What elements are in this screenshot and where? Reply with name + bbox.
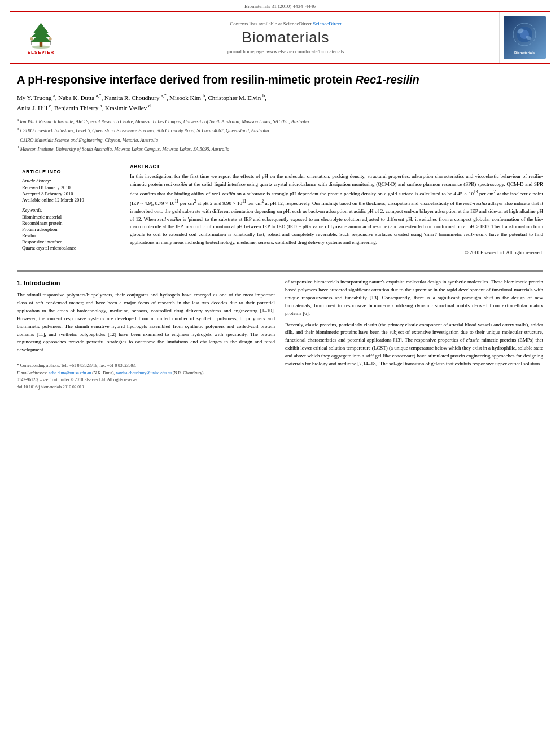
- article-info-box: ARTICLE INFO Article history: Received 8…: [17, 164, 121, 256]
- journal-title-area: Contents lists available at ScienceDirec…: [72, 12, 499, 63]
- accepted-date: Accepted 8 February 2010: [22, 191, 116, 196]
- sciencedirect-url[interactable]: ScienceDirect: [313, 21, 341, 27]
- svg-marker-4: [30, 32, 51, 41]
- keyword-2: Recombinant protein: [22, 220, 116, 226]
- keywords-section: Keywords: Biomimetic material Recombinan…: [22, 207, 116, 251]
- journal-homepage: journal homepage: www.elsevier.com/locat…: [228, 49, 344, 54]
- affiliation-d: d Mawson Institute, University of South …: [17, 145, 543, 153]
- available-date: Available online 12 March 2010: [22, 197, 116, 203]
- keyword-6: Quartz crystal microbalance: [22, 245, 116, 251]
- svg-point-7: [49, 37, 51, 40]
- article-title-italic: Rec1-resilin: [355, 73, 419, 86]
- email-link-1[interactable]: naba.dutta@unisa.edu.au: [49, 370, 91, 375]
- received-date: Received 8 January 2010: [22, 185, 116, 190]
- journal-cover-area: Biomaterials: [499, 12, 550, 63]
- footnote-area: * Corresponding authors. Tel.: +61 8 830…: [17, 360, 275, 390]
- svg-point-5: [30, 37, 33, 40]
- sciencedirect-link: Contents lists available at ScienceDirec…: [230, 21, 342, 27]
- divider-1: [17, 159, 543, 159]
- footnote-corresponding: * Corresponding authors. Tel.: +61 8 830…: [17, 363, 275, 369]
- page: Biomaterials 31 (2010) 4434–4446: [0, 0, 560, 400]
- elsevier-logo: ELSEVIER: [25, 20, 56, 55]
- body-columns: 1. Introduction The stimuli-responsive p…: [17, 278, 543, 392]
- affiliation-a: a Ian Wark Research Institute, ARC Speci…: [17, 117, 543, 125]
- article-content: A pH-responsive interface derived from r…: [0, 64, 560, 400]
- footnote-doi: doi:10.1016/j.biomaterials.2010.02.019: [17, 385, 275, 391]
- elsevier-tree-icon: [25, 20, 56, 49]
- journal-title: Biomaterials: [242, 29, 329, 46]
- info-abstract-section: ARTICLE INFO Article history: Received 8…: [17, 164, 543, 262]
- journal-reference: Biomaterials 31 (2010) 4434–4446: [0, 0, 560, 11]
- keyword-1: Biomimetic material: [22, 214, 116, 220]
- body-col-right: of responsive biomaterials incorporating…: [285, 278, 543, 392]
- copyright-notice: © 2010 Elsevier Ltd. All rights reserved…: [130, 250, 543, 255]
- email-link-2[interactable]: namita.choudhury@unisa.edu.au: [116, 370, 172, 375]
- keywords-label: Keywords:: [22, 207, 116, 213]
- intro-para1: The stimuli-responsive polymers/biopolym…: [17, 291, 275, 355]
- intro-section-title: 1. Introduction: [17, 278, 275, 288]
- abstract-section: ABSTRACT In this investigation, for the …: [130, 164, 543, 255]
- keyword-3: Protein adsorption: [22, 226, 116, 232]
- article-info-col: ARTICLE INFO Article history: Received 8…: [17, 164, 121, 262]
- body-col-left: 1. Introduction The stimuli-responsive p…: [17, 278, 275, 392]
- affiliation-c: c CSIRO Materials Science and Engineerin…: [17, 136, 543, 144]
- elsevier-logo-area: ELSEVIER: [10, 12, 72, 63]
- svg-text:Biomaterials: Biomaterials: [514, 51, 535, 54]
- abstract-header: ABSTRACT: [130, 164, 543, 169]
- article-title: A pH-responsive interface derived from r…: [17, 72, 543, 87]
- intro-para3: Recently, elastic proteins, particularly…: [285, 321, 543, 369]
- affiliations: a Ian Wark Research Institute, ARC Speci…: [17, 117, 543, 153]
- cover-svg: Biomaterials: [504, 16, 546, 59]
- authors-line: My Y. Truong a, Naba K. Dutta a,*, Namit…: [17, 93, 543, 113]
- journal-header: ELSEVIER Contents lists available at Sci…: [10, 11, 550, 64]
- history-label: Article history:: [22, 178, 116, 184]
- article-history: Article history: Received 8 January 2010…: [22, 178, 116, 203]
- keyword-4: Resilin: [22, 233, 116, 238]
- affiliation-b: b CSIRO Livestock Industries, Level 6, Q…: [17, 126, 543, 134]
- journal-cover-image: Biomaterials: [504, 16, 546, 59]
- article-info-header: ARTICLE INFO: [22, 169, 116, 174]
- svg-point-1: [32, 45, 50, 48]
- elsevier-brand-text: ELSEVIER: [28, 50, 55, 55]
- abstract-col: ABSTRACT In this investigation, for the …: [130, 164, 543, 262]
- footnote-email: E-mail addresses: naba.dutta@unisa.edu.a…: [17, 370, 275, 377]
- footnote-issn: 0142-9612/$ – see front matter © 2010 El…: [17, 377, 275, 383]
- keyword-5: Responsive interface: [22, 239, 116, 244]
- main-body: 1. Introduction The stimuli-responsive p…: [17, 270, 543, 392]
- abstract-text: In this investigation, for the first tim…: [130, 173, 543, 247]
- intro-para2: of responsive biomaterials incorporating…: [285, 278, 543, 318]
